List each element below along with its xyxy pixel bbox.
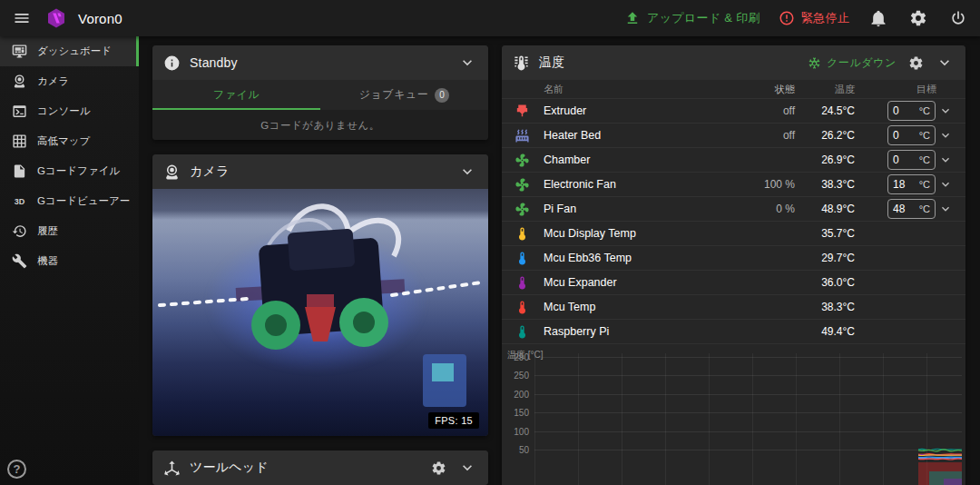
pi-fan-target-input[interactable] xyxy=(893,203,917,215)
thermometer-icon xyxy=(514,275,533,291)
snowflake-icon xyxy=(808,56,821,70)
chamber-target-input[interactable] xyxy=(893,153,917,166)
chamber-preset-chevron-down-icon[interactable] xyxy=(938,153,953,167)
monitor-dashboard-icon xyxy=(12,44,27,59)
sidebar-item-gcode-viewer[interactable]: 3D Gコードビューアー xyxy=(0,186,139,216)
sidebar: ダッシュボード カメラ コンソール 高低マップ Gコードファイル 3D Gコード… xyxy=(0,36,139,485)
sidebar-item-machine[interactable]: 機器 xyxy=(0,246,139,276)
grid-icon xyxy=(12,134,27,149)
file-icon xyxy=(12,163,27,179)
toolhead-panel: ツールヘッド xyxy=(152,450,488,485)
no-gcode-message: Gコードがありません。 xyxy=(152,110,488,140)
electronic-fan-target-box: °C xyxy=(887,174,936,194)
camera-panel: カメラ xyxy=(152,154,488,436)
temperature-chart: 温度 [°C] 290 250 200 150 100 50 xyxy=(502,343,965,485)
temp-row-pi-fan: Pi Fan 0 % 48.9°C °C xyxy=(502,196,965,221)
question-mark-icon: ? xyxy=(14,462,21,476)
webcam-icon xyxy=(12,74,27,89)
camera-title: カメラ xyxy=(190,163,230,180)
y-tick: 100 xyxy=(502,427,529,437)
chart-y-axis-label: 温度 [°C] xyxy=(507,349,544,361)
extruder-target-input[interactable] xyxy=(893,104,917,117)
temp-row-mcu-ebb36: Mcu Ebb36 Temp 29.7°C xyxy=(502,245,965,270)
history-icon xyxy=(12,223,27,239)
toolhead-settings-gear-icon[interactable] xyxy=(428,458,448,478)
hamburger-menu-icon[interactable] xyxy=(11,7,33,29)
camera-collapse-chevron-down-icon[interactable] xyxy=(457,162,477,182)
extruder-target-box: °C xyxy=(887,101,936,121)
webcam-icon xyxy=(163,163,181,181)
y-tick: 250 xyxy=(502,371,529,381)
temperature-title: 温度 xyxy=(539,54,564,71)
sidebar-item-heightmap[interactable]: 高低マップ xyxy=(0,126,139,156)
settings-gear-icon[interactable] xyxy=(907,7,929,29)
sidebar-item-history[interactable]: 履歴 xyxy=(0,216,139,246)
cooldown-button[interactable]: クールダウン xyxy=(808,55,897,71)
temperature-table-header: 名前 状態 温度 目標 xyxy=(502,80,965,98)
wrench-icon xyxy=(12,253,27,269)
status-panel-header: Standby xyxy=(152,45,488,80)
sidebar-item-camera[interactable]: カメラ xyxy=(0,66,139,96)
info-icon xyxy=(163,54,181,72)
thermometer-icon xyxy=(514,226,533,242)
tab-job-queue[interactable]: ジョブキュー 0 xyxy=(320,80,488,110)
temp-row-chamber: Chamber 26.9°C °C xyxy=(502,147,965,172)
toolhead-collapse-chevron-down-icon[interactable] xyxy=(457,458,477,478)
job-queue-count-badge: 0 xyxy=(435,88,449,103)
status-collapse-chevron-down-icon[interactable] xyxy=(457,53,477,73)
y-tick: 150 xyxy=(502,408,529,418)
temperature-collapse-chevron-down-icon[interactable] xyxy=(935,53,955,73)
voron-logo xyxy=(45,7,67,29)
col-target: 目標 xyxy=(855,83,953,96)
electronic-fan-preset-chevron-down-icon[interactable] xyxy=(938,177,953,192)
pi-fan-target-box: °C xyxy=(887,199,936,219)
tab-files[interactable]: ファイル xyxy=(152,80,320,110)
sidebar-item-dashboard[interactable]: ダッシュボード xyxy=(0,36,139,66)
printer-title: Voron0 xyxy=(78,11,122,26)
thermometer-lines-icon xyxy=(513,54,530,72)
extruder-preset-chevron-down-icon[interactable] xyxy=(938,104,953,118)
console-icon xyxy=(12,104,27,119)
col-state: 状態 xyxy=(731,83,795,96)
printer-3d-nozzle-icon xyxy=(514,104,533,119)
temp-row-mcu-expander: Mcu Expander 36.0°C xyxy=(502,270,965,294)
heater-bed-preset-chevron-down-icon[interactable] xyxy=(938,128,953,143)
pi-fan-preset-chevron-down-icon[interactable] xyxy=(938,202,953,216)
notifications-bell-icon[interactable] xyxy=(867,7,889,29)
chart-series-traces xyxy=(918,444,962,485)
help-button[interactable]: ? xyxy=(7,460,26,479)
col-name: 名前 xyxy=(533,83,731,96)
toolhead-scene xyxy=(152,189,488,436)
power-icon[interactable] xyxy=(947,7,969,29)
camera-panel-header: カメラ xyxy=(152,154,488,189)
topbar: Voron0 アップロード & 印刷 緊急停止 xyxy=(0,0,980,36)
radiator-icon xyxy=(514,128,533,144)
col-temp: 温度 xyxy=(795,83,855,96)
fan-icon xyxy=(514,177,533,193)
toolhead-title: ツールヘッド xyxy=(190,460,269,476)
emergency-stop-button[interactable]: 緊急停止 xyxy=(779,10,849,26)
main-content: Standby ファイル ジョブキュー 0 Gコードがありません。 xyxy=(139,36,980,485)
fps-badge: FPS: 15 xyxy=(428,412,479,429)
heater-bed-target-input[interactable] xyxy=(893,129,917,142)
temperature-panel: 温度 クールダウン 名前 xyxy=(502,45,965,485)
fan-icon xyxy=(514,153,533,168)
temp-row-extruder: Extruder off 24.5°C °C xyxy=(502,98,965,123)
temp-row-mcu-display: Mcu Display Temp 35.7°C xyxy=(502,221,965,245)
alert-circle-icon xyxy=(779,10,795,26)
status-tabs: ファイル ジョブキュー 0 xyxy=(152,80,488,110)
upload-print-button[interactable]: アップロード & 印刷 xyxy=(624,10,760,26)
status-title: Standby xyxy=(190,55,238,70)
temperature-settings-gear-icon[interactable] xyxy=(906,53,926,73)
topbar-actions: アップロード & 印刷 緊急停止 xyxy=(624,7,969,29)
status-panel: Standby ファイル ジョブキュー 0 Gコードがありません。 xyxy=(152,45,488,140)
chart-plot-area: 290 250 200 150 100 50 xyxy=(534,353,962,485)
electronic-fan-target-input[interactable] xyxy=(893,178,917,191)
temp-row-raspberry-pi: Raspberry Pi 49.4°C xyxy=(502,319,965,343)
chamber-target-box: °C xyxy=(887,150,936,170)
sidebar-item-gcode-files[interactable]: Gコードファイル xyxy=(0,156,139,186)
sidebar-item-console[interactable]: コンソール xyxy=(0,96,139,126)
fan-icon xyxy=(514,202,533,217)
temp-row-electronic-fan: Electronic Fan 100 % 38.3°C °C xyxy=(502,172,965,196)
temp-row-mcu-temp: Mcu Temp 38.3°C xyxy=(502,294,965,319)
